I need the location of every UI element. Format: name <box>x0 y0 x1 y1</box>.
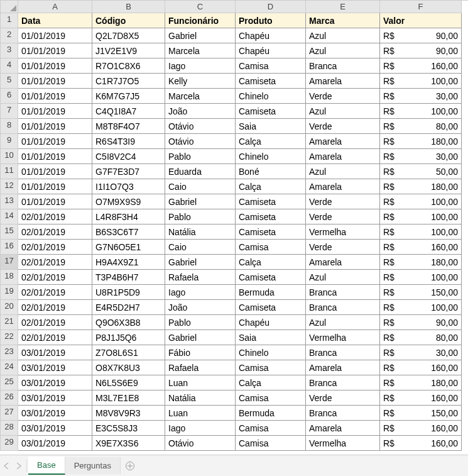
cell-data[interactable]: 03/01/2019 <box>18 390 92 406</box>
cell-produto[interactable]: Chinelo <box>236 345 306 360</box>
cell-produto[interactable]: Camiseta <box>236 300 306 315</box>
cell-valor[interactable]: R$180,00 <box>380 179 462 194</box>
cell-data[interactable]: 02/01/2019 <box>18 209 92 224</box>
cell-funcionario[interactable]: João <box>165 300 236 315</box>
cell-codigo[interactable]: Q9O6X3B8 <box>92 315 165 330</box>
row-header[interactable]: 8 <box>1 119 18 134</box>
cell-codigo[interactable]: M8T8F4O7 <box>92 119 165 134</box>
cell-valor[interactable]: R$150,00 <box>380 406 462 421</box>
row-header[interactable]: 13 <box>1 194 18 209</box>
row-header[interactable]: 2 <box>1 28 18 43</box>
cell-funcionario[interactable]: Pablo <box>165 149 236 164</box>
row-header[interactable]: 1 <box>1 13 18 28</box>
row-header[interactable]: 28 <box>1 421 18 436</box>
add-sheet-button[interactable] <box>121 458 139 474</box>
cell-codigo[interactable]: I1I1O7Q3 <box>92 179 165 194</box>
cell-data[interactable]: 01/01/2019 <box>18 58 92 74</box>
cell-funcionario[interactable]: Marcela <box>165 43 236 58</box>
row-header[interactable]: 3 <box>1 43 18 58</box>
cell-valor[interactable]: R$100,00 <box>380 224 462 240</box>
column-header[interactable]: C <box>165 1 236 13</box>
row-header[interactable]: 18 <box>1 270 18 285</box>
cell-valor[interactable]: R$100,00 <box>380 74 462 89</box>
cell-codigo[interactable]: X9E7X3S6 <box>92 436 165 451</box>
cell-valor[interactable]: R$100,00 <box>380 270 462 285</box>
cell-produto[interactable]: Camisa <box>236 58 306 74</box>
cell-produto[interactable]: Calça <box>236 179 306 194</box>
cell-funcionario[interactable]: Caio <box>165 240 236 255</box>
cell-data[interactable]: 01/01/2019 <box>18 194 92 209</box>
cell-marca[interactable]: Amarela <box>306 74 380 89</box>
cell-codigo[interactable]: C5I8V2C4 <box>92 149 165 164</box>
cell-data[interactable]: 02/01/2019 <box>18 285 92 300</box>
cell-marca[interactable]: Azul <box>306 28 380 43</box>
cell-marca[interactable]: Verde <box>306 240 380 255</box>
cell-marca[interactable]: Verde <box>306 194 380 209</box>
cell-data[interactable]: 03/01/2019 <box>18 360 92 375</box>
cell-produto[interactable]: Calça <box>236 375 306 390</box>
cell-funcionario[interactable]: Natália <box>165 224 236 240</box>
cell-produto[interactable]: Bermuda <box>236 406 306 421</box>
column-header[interactable]: D <box>236 1 306 13</box>
row-header[interactable]: 20 <box>1 300 18 315</box>
cell-marca[interactable]: Branca <box>306 58 380 74</box>
cell-funcionario[interactable]: Iago <box>165 421 236 436</box>
cell-funcionario[interactable]: João <box>165 104 236 119</box>
cell-marca[interactable]: Azul <box>306 104 380 119</box>
cell-data[interactable]: 03/01/2019 <box>18 421 92 436</box>
cell-produto[interactable]: Chapéu <box>236 28 306 43</box>
cell-produto[interactable]: Camisa <box>236 240 306 255</box>
tab-nav-first-icon[interactable] <box>0 458 13 474</box>
cell-codigo[interactable]: E3C5S8J3 <box>92 421 165 436</box>
row-header[interactable]: 12 <box>1 179 18 194</box>
cell-funcionario[interactable]: Kelly <box>165 74 236 89</box>
cell-marca[interactable]: Verde <box>306 119 380 134</box>
cell-valor[interactable]: R$180,00 <box>380 134 462 149</box>
table-header-cell[interactable]: Valor <box>380 13 462 28</box>
row-header[interactable]: 27 <box>1 406 18 421</box>
cell-codigo[interactable]: T3P4B6H7 <box>92 270 165 285</box>
cell-data[interactable]: 02/01/2019 <box>18 224 92 240</box>
table-header-cell[interactable]: Produto <box>236 13 306 28</box>
cell-marca[interactable]: Azul <box>306 315 380 330</box>
row-header[interactable]: 14 <box>1 209 18 224</box>
cell-marca[interactable]: Branca <box>306 285 380 300</box>
cell-produto[interactable]: Camiseta <box>236 270 306 285</box>
cell-produto[interactable]: Chapéu <box>236 43 306 58</box>
cell-produto[interactable]: Camiseta <box>236 209 306 224</box>
cell-marca[interactable]: Azul <box>306 43 380 58</box>
tab-nav-prev-icon[interactable] <box>13 458 25 474</box>
column-header[interactable]: B <box>92 1 165 13</box>
cell-produto[interactable]: Saia <box>236 119 306 134</box>
cell-funcionario[interactable]: Rafaela <box>165 360 236 375</box>
cell-valor[interactable]: R$160,00 <box>380 240 462 255</box>
cell-valor[interactable]: R$90,00 <box>380 28 462 43</box>
cell-funcionario[interactable]: Luan <box>165 375 236 390</box>
cell-funcionario[interactable]: Gabriel <box>165 330 236 345</box>
cell-codigo[interactable]: E4R5D2H7 <box>92 300 165 315</box>
cell-funcionario[interactable]: Rafaela <box>165 270 236 285</box>
cell-funcionario[interactable]: Otávio <box>165 119 236 134</box>
cell-produto[interactable]: Camisa <box>236 421 306 436</box>
cell-produto[interactable]: Camiseta <box>236 74 306 89</box>
table-header-cell[interactable]: Data <box>18 13 92 28</box>
cell-produto[interactable]: Chapéu <box>236 315 306 330</box>
cell-valor[interactable]: R$100,00 <box>380 104 462 119</box>
row-header[interactable]: 25 <box>1 375 18 390</box>
cell-marca[interactable]: Branca <box>306 345 380 360</box>
cell-data[interactable]: 02/01/2019 <box>18 315 92 330</box>
cell-codigo[interactable]: N6L5S6E9 <box>92 375 165 390</box>
cell-valor[interactable]: R$160,00 <box>380 360 462 375</box>
row-header[interactable]: 24 <box>1 360 18 375</box>
cell-codigo[interactable]: M3L7E1E8 <box>92 390 165 406</box>
column-header[interactable]: E <box>306 1 380 13</box>
cell-marca[interactable]: Verde <box>306 209 380 224</box>
cell-marca[interactable]: Verde <box>306 89 380 104</box>
row-header[interactable]: 11 <box>1 164 18 179</box>
spreadsheet-grid[interactable]: ABCDEF1DataCódigoFuncionárioProdutoMarca… <box>0 0 468 451</box>
cell-valor[interactable]: R$160,00 <box>380 436 462 451</box>
cell-data[interactable]: 02/01/2019 <box>18 240 92 255</box>
cell-valor[interactable]: R$80,00 <box>380 119 462 134</box>
cell-valor[interactable]: R$80,00 <box>380 330 462 345</box>
cell-marca[interactable]: Branca <box>306 406 380 421</box>
